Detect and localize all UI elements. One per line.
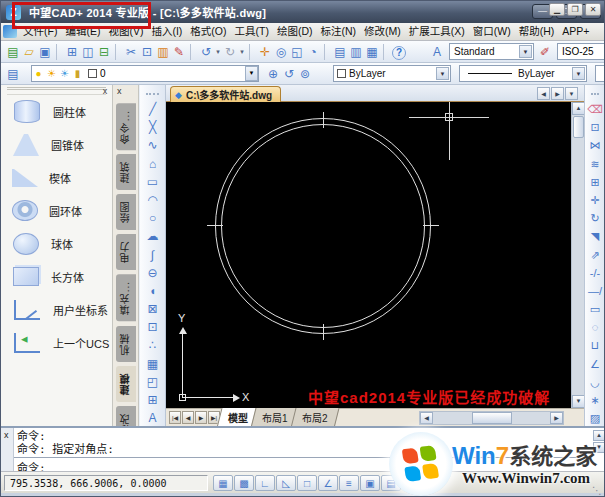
menu-item[interactable]: APP+ xyxy=(558,23,593,40)
document-tab[interactable]: ◆ C:\多多软件站.dwg xyxy=(170,86,281,102)
scroll-right-icon[interactable]: ▶ xyxy=(550,412,563,424)
new-file-icon[interactable]: ▤ xyxy=(5,43,21,61)
layer-previous-icon[interactable]: ↺ xyxy=(281,65,297,83)
chevron-down-icon[interactable]: ▼ xyxy=(572,67,585,80)
horizontal-scrollbar[interactable]: ◀ ▶ xyxy=(419,411,564,425)
join-icon[interactable]: ⊔ xyxy=(585,336,605,354)
region-icon[interactable]: ◰ xyxy=(140,373,165,391)
palette-tab[interactable]: 绘图 xyxy=(116,194,136,230)
chevron-down-icon[interactable]: ▼ xyxy=(436,67,449,80)
toolbar-grip[interactable] xyxy=(146,93,159,97)
undo-dropdown[interactable]: ▾ xyxy=(214,43,222,61)
palette-tab[interactable]: 命令... xyxy=(116,103,136,150)
pan-icon[interactable]: ✛ xyxy=(257,43,273,61)
offset-icon[interactable]: ≋ xyxy=(585,155,605,173)
palette-tab[interactable]: 建筑 xyxy=(116,154,136,190)
arc-icon[interactable]: ◠ xyxy=(140,191,165,209)
palette-tab[interactable]: 电力 xyxy=(116,234,136,270)
palette-item[interactable]: 圆柱体 xyxy=(1,95,112,128)
palette-grip[interactable] xyxy=(7,87,106,95)
circle-icon[interactable]: ○ xyxy=(140,209,165,227)
mdi-restore-button[interactable]: ❐ xyxy=(567,3,583,16)
break-at-point-icon[interactable]: ▭ xyxy=(585,300,605,318)
linetype-combo[interactable]: ByLayer ▼ xyxy=(459,65,587,82)
fillet-icon[interactable]: ◡ xyxy=(585,373,605,391)
menu-item[interactable]: 绘图(D) xyxy=(273,23,317,40)
first-layout-icon[interactable]: |◀ xyxy=(169,411,181,424)
grid-toggle[interactable]: ▩ xyxy=(234,475,254,491)
palette-item[interactable]: 上一个UCS xyxy=(1,326,112,359)
palette-item[interactable]: 用户坐标系 xyxy=(1,293,112,326)
move-icon[interactable]: ✛ xyxy=(585,191,605,209)
mdi-minimize-button[interactable]: ▁ xyxy=(549,3,565,16)
vertical-scrollbar[interactable]: ▲ ▼ xyxy=(571,102,584,408)
separator[interactable] xyxy=(383,44,388,60)
explode-icon[interactable]: ∗ xyxy=(585,391,605,409)
ellipse-arc-icon[interactable]: ◖ xyxy=(140,282,165,300)
dim-style-combo[interactable]: ISO-25 xyxy=(557,43,605,60)
mtext-icon[interactable]: A xyxy=(140,409,165,427)
color-combo[interactable]: ByLayer ▼ xyxy=(333,65,451,82)
separator[interactable] xyxy=(56,44,61,60)
next-layout-icon[interactable]: ▶ xyxy=(195,411,207,424)
rotate-icon[interactable]: ↻ xyxy=(585,209,605,227)
print-preview-icon[interactable]: ◫ xyxy=(80,43,96,61)
menu-item[interactable]: 工具(T) xyxy=(231,23,273,40)
mirror-icon[interactable]: ⋈ xyxy=(585,136,605,154)
zoom-realtime-icon[interactable]: ◎ xyxy=(273,43,289,61)
doc-tab-menu-icon[interactable]: ▼ xyxy=(565,87,578,100)
redo-dropdown[interactable]: ▾ xyxy=(238,43,246,61)
rectangle-icon[interactable]: ▭ xyxy=(140,173,165,191)
stretch-icon[interactable]: ⇗ xyxy=(585,246,605,264)
dim-style-icon[interactable]: ✐ xyxy=(537,43,553,61)
point-icon[interactable]: ∴ xyxy=(140,336,165,354)
make-block-icon[interactable]: ⊡ xyxy=(140,318,165,336)
spline-icon[interactable]: ∫ xyxy=(140,246,165,264)
zoom-window-icon[interactable]: ◱ xyxy=(289,43,305,61)
undo-icon[interactable]: ↺ xyxy=(198,43,214,61)
snap-toggle[interactable]: ▦ xyxy=(213,475,233,491)
line-icon[interactable]: ╱ xyxy=(140,100,165,118)
otrack-toggle[interactable]: ∠ xyxy=(318,475,338,491)
model-space-toggle[interactable]: ▣ xyxy=(360,475,380,491)
hatch-icon[interactable]: ▦ xyxy=(140,355,165,373)
redo-icon[interactable]: ↻ xyxy=(222,43,238,61)
scroll-left-icon[interactable]: ◀ xyxy=(420,412,433,424)
palette-tab[interactable]: 建模 xyxy=(116,366,136,402)
lineweight-toggle[interactable]: ≡ xyxy=(339,475,359,491)
copy-icon[interactable]: ⊡ xyxy=(139,43,155,61)
menu-item[interactable]: 窗口(W) xyxy=(469,23,515,40)
layout-tab[interactable]: 布局2 xyxy=(290,408,339,428)
osnap-toggle[interactable]: □ xyxy=(297,475,317,491)
polar-toggle[interactable]: ◺ xyxy=(276,475,296,491)
menu-item[interactable]: 格式(O) xyxy=(186,23,230,40)
paste-icon[interactable]: ▥ xyxy=(155,43,171,61)
layer-properties-icon[interactable]: ▤ xyxy=(332,43,348,61)
doc-tab-next-icon[interactable]: ▶ xyxy=(551,87,564,100)
scrollbar-thumb[interactable] xyxy=(472,412,512,424)
mdi-close-button[interactable]: ✕ xyxy=(585,3,601,16)
publish-icon[interactable]: ⊟ xyxy=(96,43,112,61)
ortho-toggle[interactable]: ∟ xyxy=(255,475,275,491)
save-icon[interactable]: ▣ xyxy=(37,43,53,61)
text-style-combo[interactable]: Standard ▼ xyxy=(449,43,534,60)
separator[interactable] xyxy=(190,44,195,60)
revision-cloud-icon[interactable]: ☁ xyxy=(140,227,165,245)
copy-icon[interactable]: ⊡ xyxy=(585,118,605,136)
layer-match-icon[interactable]: ⊚ xyxy=(297,65,313,83)
construction-line-icon[interactable]: ╳ xyxy=(140,118,165,136)
zoom-previous-icon[interactable]: ◔ xyxy=(305,43,321,61)
menu-item[interactable]: 修改(M) xyxy=(360,23,405,40)
drawing-canvas[interactable]: Y X 中望cad2014专业版已经成功破解 xyxy=(166,102,571,408)
edit-hatch-icon[interactable]: ▨ xyxy=(585,409,605,427)
help-icon[interactable]: ? xyxy=(392,46,406,60)
close-icon[interactable]: x xyxy=(117,86,122,96)
chamfer-icon[interactable]: ∠ xyxy=(585,355,605,373)
polygon-icon[interactable]: ⌂ xyxy=(140,155,165,173)
make-object-layer-icon[interactable]: ⊕ xyxy=(265,65,281,83)
insert-block-icon[interactable]: ⊠ xyxy=(140,300,165,318)
menu-item[interactable]: 插入(I) xyxy=(147,23,186,40)
palette-item[interactable]: 长方体 xyxy=(1,260,112,293)
chevron-down-icon[interactable]: ▼ xyxy=(519,45,532,58)
scrollbar-thumb[interactable] xyxy=(573,116,584,138)
